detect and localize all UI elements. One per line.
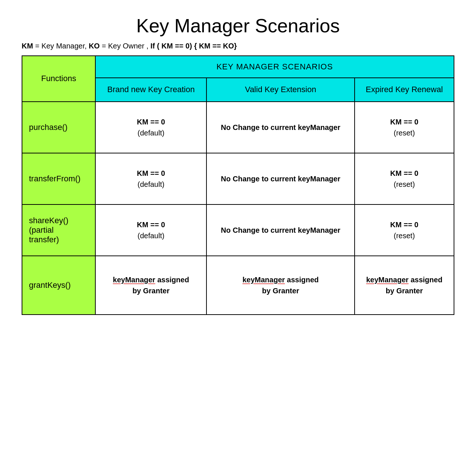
grantkeys-col3: keyManager assignedby Granter [355,256,454,315]
transferfrom-col1: KM == 0(default) [95,153,206,204]
condition: If ( KM == 0) { KM == KO} [150,42,237,50]
km-label: KM [22,42,33,50]
func-purchase: purchase() [22,102,95,153]
table-row: transferFrom() KM == 0(default) No Chang… [22,153,454,204]
scenarios-main-header: KEY MANAGER SCENARIOS [95,56,454,78]
functions-header: Functions [22,56,95,102]
sharekey-col1: KM == 0(default) [95,204,206,256]
func-transferfrom: transferFrom() [22,153,95,204]
transferfrom-col3: KM == 0(reset) [355,153,454,204]
table-row: grantKeys() keyManager assignedby Grante… [22,256,454,315]
col3-header: Expired Key Renewal [355,78,454,102]
table-row: purchase() KM == 0(default) No Change to… [22,102,454,153]
sharekey-col2: No Change to current keyManager [206,204,354,256]
func-sharekey: shareKey()(partialtransfer) [22,204,95,256]
purchase-col3: KM == 0(reset) [355,102,454,153]
transferfrom-col2: No Change to current keyManager [206,153,354,204]
purchase-col2: No Change to current keyManager [206,102,354,153]
legend: KM = Key Manager, KO = Key Owner , If ( … [22,42,454,50]
sharekey-col3: KM == 0(reset) [355,204,454,256]
col1-header: Brand new Key Creation [95,78,206,102]
page-wrapper: Key Manager Scenarios KM = Key Manager, … [11,7,465,322]
grantkeys-col2: keyManager assignedby Granter [206,256,354,315]
scenarios-table: Functions KEY MANAGER SCENARIOS Brand ne… [22,55,454,315]
ko-label: KO [89,42,100,50]
func-grantkeys: grantKeys() [22,256,95,315]
col2-header: Valid Key Extension [206,78,354,102]
page-title: Key Manager Scenarios [22,15,454,37]
purchase-col1: KM == 0(default) [95,102,206,153]
table-row: shareKey()(partialtransfer) KM == 0(defa… [22,204,454,256]
grantkeys-col1: keyManager assignedby Granter [95,256,206,315]
